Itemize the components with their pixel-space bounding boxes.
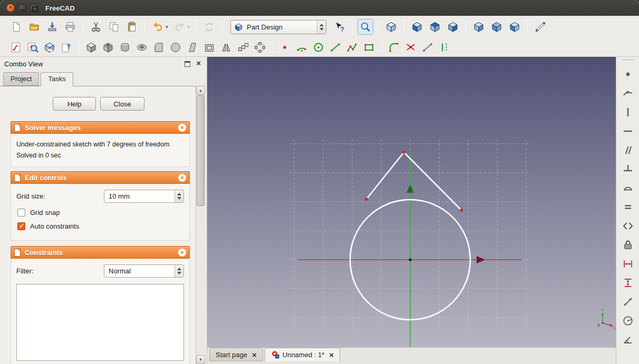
constraint-angle-button[interactable] bbox=[621, 332, 635, 347]
sketch-leave-button[interactable] bbox=[59, 40, 74, 55]
copy-button[interactable] bbox=[106, 19, 122, 35]
constraint-horizontal-button[interactable] bbox=[621, 124, 635, 139]
rectangle-tool-button[interactable] bbox=[362, 40, 376, 55]
construction-mode-button[interactable] bbox=[437, 40, 452, 55]
constraints-list[interactable] bbox=[16, 284, 184, 361]
view-bottom-button[interactable] bbox=[489, 19, 505, 35]
scroll-up-button[interactable]: ▲ bbox=[196, 86, 205, 95]
float-panel-icon[interactable] bbox=[185, 61, 190, 67]
refresh-button[interactable] bbox=[201, 19, 217, 35]
solver-messages-header[interactable]: Solver messages × bbox=[11, 121, 190, 134]
fillet-button[interactable] bbox=[151, 40, 166, 55]
scrollbar-thumb[interactable] bbox=[197, 95, 205, 206]
new-document-button[interactable] bbox=[8, 19, 24, 35]
whats-this-button[interactable]: ? bbox=[332, 19, 347, 35]
view-left-button[interactable] bbox=[507, 19, 522, 35]
toolbar-drag-handle[interactable] bbox=[622, 60, 634, 62]
undo-button[interactable] bbox=[150, 19, 166, 35]
3d-viewport[interactable]: YXZ bbox=[207, 57, 616, 347]
titlebar[interactable]: FreeCAD bbox=[0, 0, 639, 16]
window-minimize-button[interactable] bbox=[18, 4, 26, 12]
sketch-fillet-button[interactable] bbox=[386, 40, 401, 55]
close-button[interactable]: Close bbox=[100, 97, 144, 111]
trim-tool-button[interactable] bbox=[403, 40, 418, 55]
constraint-equal-button[interactable] bbox=[621, 200, 635, 214]
window-close-button[interactable] bbox=[6, 4, 15, 12]
spinner-arrows-icon[interactable] bbox=[175, 190, 183, 202]
tab-start-page-close-icon[interactable]: × bbox=[252, 351, 257, 359]
tab-project[interactable]: Project bbox=[3, 72, 39, 86]
sketch-point-1[interactable] bbox=[403, 151, 405, 154]
edit-controls-header[interactable]: Edit controls × bbox=[11, 171, 190, 184]
measure-distance-button[interactable] bbox=[532, 19, 548, 35]
constraints-header[interactable]: Constraints × bbox=[11, 246, 190, 259]
tab-unnamed-document-close-icon[interactable]: × bbox=[329, 351, 334, 359]
collapse-section-icon[interactable]: × bbox=[178, 174, 186, 182]
cut-button[interactable] bbox=[88, 19, 104, 35]
paste-button[interactable] bbox=[124, 19, 140, 35]
origin-point[interactable] bbox=[409, 258, 411, 261]
redo-dropdown-arrow[interactable]: ▾ bbox=[188, 24, 190, 29]
view-rear-button[interactable] bbox=[471, 19, 487, 35]
constraint-point-on-object-button[interactable] bbox=[621, 86, 635, 101]
grid-size-combobox[interactable]: 10 mm bbox=[104, 190, 184, 203]
workbench-spinner-icon[interactable] bbox=[317, 21, 326, 34]
help-button[interactable]: Help bbox=[53, 97, 96, 111]
constraint-perpendicular-button[interactable] bbox=[621, 162, 635, 176]
linear-pattern-button[interactable] bbox=[236, 40, 250, 55]
draft-button[interactable] bbox=[185, 40, 200, 55]
sketch-edit-button[interactable] bbox=[25, 40, 40, 55]
constraint-coincident-button[interactable] bbox=[621, 67, 635, 82]
line-tool-button[interactable] bbox=[328, 40, 343, 55]
fit-all-button[interactable] bbox=[357, 19, 373, 35]
grid-snap-row[interactable]: Grid snap bbox=[17, 209, 184, 217]
collapse-section-icon[interactable]: × bbox=[178, 124, 186, 132]
constraint-parallel-button[interactable] bbox=[621, 143, 635, 158]
constraint-tangent-button[interactable] bbox=[621, 181, 635, 195]
grid-snap-checkbox[interactable] bbox=[17, 209, 25, 217]
close-panel-icon[interactable]: × bbox=[196, 59, 201, 67]
chamfer-button[interactable] bbox=[168, 40, 183, 55]
sketch-map-button[interactable] bbox=[42, 40, 57, 55]
constraint-vertical-button[interactable] bbox=[621, 105, 635, 120]
arc-tool-button[interactable] bbox=[294, 40, 309, 55]
sketch-point-2[interactable] bbox=[365, 198, 368, 201]
groove-button[interactable] bbox=[134, 40, 149, 55]
tab-tasks[interactable]: Tasks bbox=[41, 72, 73, 86]
window-maximize-button[interactable] bbox=[30, 4, 38, 12]
undo-dropdown-arrow[interactable]: ▾ bbox=[166, 24, 168, 29]
polar-pattern-button[interactable] bbox=[253, 40, 267, 55]
constraint-vertical-distance-button[interactable] bbox=[621, 276, 635, 290]
constraint-symmetric-button[interactable] bbox=[621, 219, 635, 233]
collapse-section-icon[interactable]: × bbox=[178, 249, 186, 257]
scroll-down-button[interactable]: ▼ bbox=[196, 355, 205, 364]
constraint-distance-button[interactable] bbox=[621, 294, 635, 309]
view-front-button[interactable] bbox=[409, 19, 425, 35]
constraint-lock-button[interactable] bbox=[621, 238, 635, 252]
external-geometry-button[interactable] bbox=[420, 40, 435, 55]
pad-button[interactable] bbox=[84, 40, 99, 55]
circle-tool-button[interactable] bbox=[311, 40, 326, 55]
tasks-scrollbar[interactable]: ▲ ▼ bbox=[196, 86, 205, 364]
view-right-button[interactable] bbox=[445, 19, 461, 35]
polyline-tool-button[interactable] bbox=[345, 40, 360, 55]
auto-constraints-row[interactable]: Auto constraints bbox=[17, 222, 184, 230]
point-tool-button[interactable] bbox=[277, 40, 292, 55]
sketch-point-3[interactable] bbox=[460, 209, 463, 212]
thickness-button[interactable] bbox=[202, 40, 217, 55]
view-top-button[interactable] bbox=[427, 19, 443, 35]
print-button[interactable] bbox=[62, 19, 78, 35]
tab-start-page[interactable]: Start page × bbox=[209, 348, 263, 361]
tab-unnamed-document[interactable]: Unnamed : 1* × bbox=[265, 348, 340, 361]
save-button[interactable] bbox=[44, 19, 60, 35]
pocket-button[interactable] bbox=[101, 40, 115, 55]
mirrored-button[interactable] bbox=[219, 40, 234, 55]
constraint-radius-button[interactable] bbox=[621, 313, 635, 328]
revolution-button[interactable] bbox=[118, 40, 132, 55]
sketch-new-button[interactable] bbox=[8, 40, 23, 55]
constraint-horizontal-distance-button[interactable] bbox=[621, 257, 635, 271]
workbench-selector[interactable]: Part Design bbox=[230, 20, 326, 34]
redo-button[interactable] bbox=[172, 19, 188, 35]
constraint-filter-combobox[interactable]: Normal bbox=[104, 264, 184, 278]
view-isometric-button[interactable] bbox=[383, 19, 399, 35]
